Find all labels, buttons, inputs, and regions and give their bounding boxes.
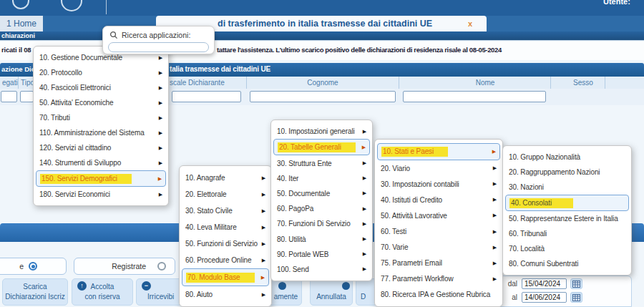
- menu-item-amministrazione-sistema[interactable]: 110. Amministrazione del Sistema▶: [34, 125, 168, 140]
- menu-item-servizi-demografici-highlighted[interactable]: 150. Servizi Demografici▶: [36, 170, 166, 187]
- dal-input[interactable]: [522, 278, 567, 289]
- submenu-arrow-icon: ▶: [360, 221, 366, 227]
- radio-option-registrate[interactable]: Registrate: [74, 258, 175, 275]
- menu-item-servizi-al-cittadino[interactable]: 120. Servizi al cittadino▶: [34, 140, 168, 155]
- submenu-arrow-icon: ▶: [259, 258, 265, 263]
- filter-input-tipo[interactable]: [20, 91, 34, 102]
- menu-item-procedure-online[interactable]: 60. Procedure Online▶: [180, 252, 271, 268]
- breadcrumb-fragment: chiarazioni: [1, 32, 35, 39]
- menu-item-stato-civile[interactable]: 30. Stato Civile▶: [180, 203, 271, 219]
- menu-item-tribunali[interactable]: 60. Tribunali: [503, 226, 631, 241]
- menu-item-strumenti-di-sviluppo[interactable]: 140. Strumenti di Sviluppo▶: [34, 155, 168, 170]
- search-input[interactable]: [108, 42, 209, 52]
- submenu-arrow-icon: ▶: [360, 190, 366, 196]
- submenu-arrow-icon: ▶: [156, 130, 162, 136]
- menu-item-documentale[interactable]: 50. Documentale▶: [271, 186, 372, 201]
- al-input[interactable]: [522, 292, 567, 303]
- user-label: Utente:: [603, 0, 630, 6]
- submenu-arrow-icon: ▶: [156, 100, 162, 106]
- menu-item-funzioni-di-servizio-mb[interactable]: 70. Funzioni Di Servizio▶: [271, 216, 372, 231]
- menu-item-varie[interactable]: 70. Varie▶: [375, 240, 502, 255]
- menu-item-istituti-di-credito[interactable]: 40. Istituti di Credito▶: [375, 192, 502, 208]
- radio-left-label-fragment: e: [19, 262, 24, 271]
- menu-stati-e-paesi: 10. Gruppo Nazionalità 20. Raggruppament…: [502, 145, 632, 276]
- submenu-arrow-icon: ▶: [490, 276, 497, 282]
- accolta-con-riserva-button[interactable]: ↑ Accolta con riserva: [72, 278, 133, 306]
- menu-item-attivita-economiche[interactable]: 50. Attivita' Economiche▶: [34, 95, 168, 110]
- menu-item-pagopa[interactable]: 60. PagoPa▶: [271, 201, 372, 216]
- menu-item-viario[interactable]: 20. Viario▶: [375, 160, 502, 176]
- radio-registrate-label: Registrate: [112, 262, 146, 271]
- menu-item-impostazioni-contabili[interactable]: 30. Impostazioni contabili▶: [375, 176, 502, 192]
- menu-item-comuni-subentrati[interactable]: 80. Comuni Subentrati: [503, 256, 631, 271]
- menu-item-leva-militare[interactable]: 40. Leva Militare▶: [180, 219, 271, 235]
- info-message: tattare l'assistenza. L'ultimo scarico p…: [217, 46, 502, 54]
- button-line: Scarica: [3, 282, 67, 292]
- menu-item-fascicoli-elettronici[interactable]: 40. Fascicoli Elettronici▶: [34, 80, 168, 95]
- table-title: talia trasmesse dai cittadini UE: [170, 65, 270, 73]
- menu-tabelle-generali: 10. Stati e Paesi▶ 20. Viario▶ 30. Impos…: [374, 139, 503, 307]
- menu-item-impostazioni-generali[interactable]: 10. Impostazioni generali▶: [271, 124, 372, 139]
- al-calendar-button[interactable]: [570, 292, 582, 303]
- filter-input-nome[interactable]: [403, 91, 546, 102]
- scarica-dichiarazioni-button[interactable]: Scarica Dichiarazioni Iscriz: [2, 278, 68, 306]
- date-filter-panel: dal al: [499, 276, 632, 307]
- menu-item-localita[interactable]: 70. Località: [503, 241, 631, 256]
- radio-unselected-icon[interactable]: [157, 262, 166, 271]
- menu-item-struttura-ente[interactable]: 30. Struttura Ente▶: [271, 155, 372, 170]
- menu-applicazioni: 10. Gestione Documentale▶ 20. Protocollo…: [33, 46, 169, 206]
- menu-item-iter[interactable]: 40. Iter▶: [271, 171, 372, 186]
- top-bar: Utente:: [0, 0, 644, 16]
- menu-item-modulo-base-highlighted[interactable]: 70. Modulo Base▶: [182, 268, 269, 286]
- calendar-icon: [572, 281, 580, 288]
- menu-item-servizi-economici[interactable]: 180. Servizi Economici▶: [34, 187, 168, 202]
- menu-item-utilita[interactable]: 80. Utilità▶: [271, 231, 372, 246]
- submenu-arrow-icon: ▶: [360, 266, 366, 272]
- submenu-arrow-icon: ▶: [156, 55, 162, 61]
- annullata-button[interactable]: Annullata: [310, 278, 353, 306]
- submenu-arrow-icon: ▶: [360, 160, 366, 166]
- menu-item-tributi[interactable]: 70. Tributi▶: [34, 110, 168, 125]
- menu-item-anagrafe[interactable]: 10. Anagrafe▶: [180, 170, 271, 186]
- close-icon[interactable]: x: [468, 16, 472, 31]
- filter-input-codice-fiscale[interactable]: [172, 91, 241, 102]
- circle-icon-fragment: [278, 282, 286, 290]
- search-apps-panel: Ricerca applicazioni:: [102, 26, 215, 54]
- menu-item-rappresentanze-estere[interactable]: 50. Rappresentanze Estere in Italia: [503, 211, 631, 226]
- submenu-arrow-icon: ▶: [156, 192, 162, 198]
- menu-item-elettorale[interactable]: 20. Elettorale▶: [180, 186, 271, 203]
- app-menu-circle-icon[interactable]: [61, 0, 82, 11]
- menu-item-raggruppamento-nazioni[interactable]: 20. Raggruppamento Nazioni: [503, 165, 631, 180]
- menu-item-parametri-email[interactable]: 75. Parametri Email▶: [375, 255, 502, 271]
- submenu-arrow-icon: ▶: [490, 181, 497, 187]
- menu-item-testi[interactable]: 60. Testi▶: [375, 223, 502, 239]
- radio-selected-icon[interactable]: [29, 262, 37, 271]
- menu-servizi-demografici: 10. Anagrafe▶ 20. Elettorale▶ 30. Stato …: [179, 165, 272, 307]
- column-egati: egati: [2, 79, 18, 87]
- menu-item-protocollo[interactable]: 20. Protocollo▶: [34, 65, 168, 80]
- circle-icon-fragment: [342, 282, 350, 290]
- menu-item-funzioni-di-servizio[interactable]: 50. Funzioni di Servizio▶: [180, 235, 271, 252]
- submenu-arrow-icon: ▶: [490, 260, 497, 266]
- menu-item-send[interactable]: 100. Send▶: [271, 262, 372, 277]
- menu-item-stati-e-paesi-highlighted[interactable]: 10. Stati e Paesi▶: [377, 143, 500, 160]
- filter-input-allegati[interactable]: [1, 91, 17, 102]
- dal-calendar-button[interactable]: [570, 278, 582, 289]
- menu-item-aiuto[interactable]: 80. Aiuto▶: [180, 286, 271, 303]
- menu-item-nazioni[interactable]: 30. Nazioni: [503, 180, 631, 195]
- menu-item-tabelle-generali-highlighted[interactable]: 20. Tabelle Generali▶: [273, 139, 370, 155]
- menu-item-portale-web[interactable]: 90. Portale WEB▶: [271, 247, 372, 262]
- menu-item-attivita-lavorative[interactable]: 50. Attività Lavorative▶: [375, 208, 502, 223]
- submenu-arrow-icon: ▶: [259, 292, 265, 298]
- tab-home[interactable]: 1 Home: [0, 16, 43, 31]
- radio-option-left[interactable]: e: [0, 258, 67, 275]
- toolbar-circle-icon[interactable]: [12, 0, 29, 9]
- filter-input-cognome[interactable]: [250, 91, 396, 102]
- menu-item-consolati-highlighted[interactable]: 40. Consolati: [505, 195, 629, 211]
- column-codice-fiscale: scale Dichiarante: [170, 79, 225, 87]
- menu-item-ricerca-ipa[interactable]: 80. Ricerca IPA e Gestione Rubrica: [375, 287, 502, 303]
- al-label: al: [502, 293, 517, 301]
- submenu-arrow-icon: ▶: [490, 229, 497, 235]
- menu-item-gruppo-nazionalita[interactable]: 10. Gruppo Nazionalità: [503, 150, 631, 165]
- menu-item-parametri-workflow[interactable]: 77. Parametri Workflow▶: [375, 271, 502, 287]
